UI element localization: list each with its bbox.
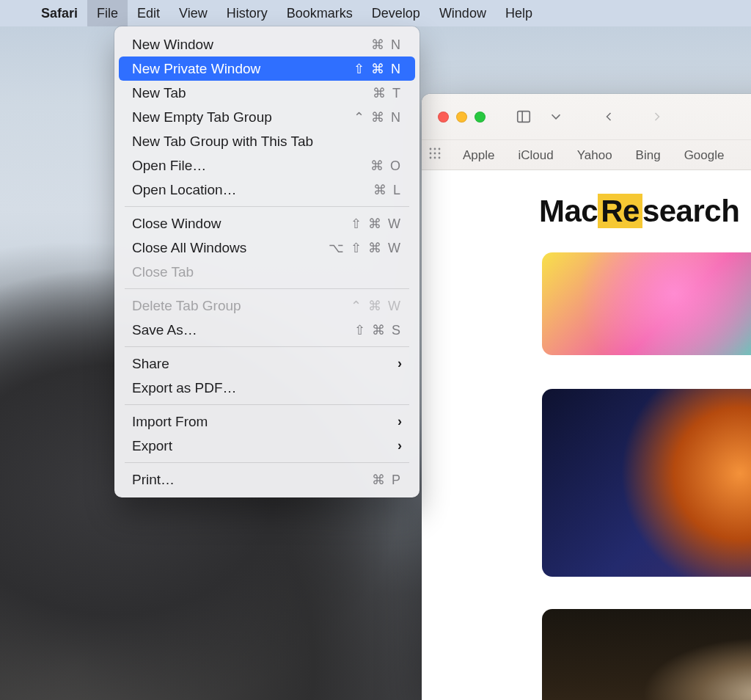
menu-item-label: Import From [132,414,208,430]
menu-item-label: New Tab [132,85,186,101]
svg-point-6 [434,153,436,155]
menu-item-label: Share [132,356,169,372]
article-thumbnail[interactable] [542,389,751,577]
menu-item-new-tab-group-with-this-tab[interactable]: New Tab Group with This Tab [119,129,415,153]
menu-separator [125,346,409,347]
menu-item-shortcut: ⌃ ⌘ N [353,109,402,125]
menu-item-label: New Private Window [132,61,260,77]
svg-point-8 [430,157,432,159]
close-window-button[interactable] [438,112,449,123]
menubar-view[interactable]: View [169,0,217,26]
menu-item-shortcut: ⌥ ⇧ ⌘ W [329,240,402,256]
menu-item-export[interactable]: Export › [119,434,415,458]
menu-item-print[interactable]: Print… ⌘ P [119,467,415,492]
menu-item-label: Export [132,438,172,454]
favorites-link[interactable]: Apple [461,147,496,164]
site-logo-text: search [642,194,739,228]
menu-item-shortcut: ⇧ ⌘ N [353,61,402,77]
svg-point-3 [434,148,436,150]
menu-item-shortcut: ⌘ P [372,472,402,488]
menubar-file[interactable]: File [87,0,128,26]
favorites-bar: Apple iCloud Yahoo Bing Google [422,139,751,170]
menu-item-new-private-window[interactable]: New Private Window ⇧ ⌘ N [119,56,415,81]
nav-forward-button[interactable] [642,104,672,129]
menu-separator [125,206,409,207]
svg-point-5 [430,153,432,155]
menu-item-shortcut: ⌘ T [373,85,402,101]
menubar-window[interactable]: Window [430,0,496,26]
svg-point-4 [439,148,441,150]
menu-item-label: Print… [132,472,175,488]
svg-point-10 [439,157,441,159]
menu-item-label: New Empty Tab Group [132,109,272,125]
svg-rect-0 [518,112,530,123]
favorites-link[interactable]: Bing [634,147,662,164]
menu-item-label: Save As… [132,322,197,338]
desktop-wallpaper: Apple iCloud Yahoo Bing Google MacResear… [0,0,751,700]
menu-item-label: Open File… [132,158,206,174]
menubar-bookmarks[interactable]: Bookmarks [277,0,362,26]
menu-item-label: Close All Windows [132,240,246,256]
zoom-window-button[interactable] [475,112,486,123]
nav-back-button[interactable] [594,104,623,129]
menu-item-label: New Tab Group with This Tab [132,134,313,150]
menu-item-share[interactable]: Share › [119,351,415,376]
article-thumbnail[interactable] [542,609,751,700]
menu-item-label: Delete Tab Group [132,298,241,314]
menu-item-close-all-windows[interactable]: Close All Windows ⌥ ⇧ ⌘ W [119,236,415,260]
favorites-link[interactable]: Google [683,147,726,164]
menu-item-label: New Window [132,37,213,53]
sidebar-toggle-button[interactable] [509,104,538,129]
menu-item-label: Close Window [132,216,221,232]
safari-toolbar: Apple iCloud Yahoo Bing Google [422,94,751,170]
site-logo-highlight: Re [598,194,642,228]
menubar-history[interactable]: History [217,0,277,26]
svg-point-9 [434,157,436,159]
macos-menu-bar: Safari File Edit View History Bookmarks … [0,0,751,26]
chevron-right-icon: › [398,414,402,429]
menu-item-open-file[interactable]: Open File… ⌘ O [119,153,415,178]
menu-item-label: Export as PDF… [132,380,237,396]
site-logo-text: Mac [539,194,598,228]
menu-item-close-tab: Close Tab [119,260,415,284]
safari-page-content: MacResearch [422,170,751,700]
menu-item-shortcut: ⌃ ⌘ W [351,298,402,314]
menu-item-import-from[interactable]: Import From › [119,409,415,434]
menu-item-label: Open Location… [132,182,237,198]
minimize-window-button[interactable] [456,112,467,123]
menubar-edit[interactable]: Edit [128,0,169,26]
file-menu: New Window ⌘ N New Private Window ⇧ ⌘ N … [114,26,420,497]
menu-item-new-empty-tab-group[interactable]: New Empty Tab Group ⌃ ⌘ N [119,105,415,129]
menu-item-close-window[interactable]: Close Window ⇧ ⌘ W [119,211,415,236]
menu-item-shortcut: ⌘ O [370,158,402,174]
tab-group-chevron-icon[interactable] [547,104,565,129]
chevron-right-icon: › [398,356,402,371]
chevron-right-icon: › [398,438,402,453]
article-thumbnail[interactable] [542,252,751,355]
menu-item-new-tab[interactable]: New Tab ⌘ T [119,81,415,105]
menu-separator [125,404,409,405]
menubar-develop[interactable]: Develop [362,0,430,26]
menu-item-shortcut: ⌘ L [373,182,402,198]
menu-item-shortcut: ⇧ ⌘ S [354,322,402,338]
menu-item-new-window[interactable]: New Window ⌘ N [119,32,415,56]
menu-item-save-as[interactable]: Save As… ⇧ ⌘ S [119,318,415,342]
menu-item-open-location[interactable]: Open Location… ⌘ L [119,178,415,202]
menu-item-export-as-pdf[interactable]: Export as PDF… [119,376,415,400]
menubar-appname[interactable]: Safari [32,0,87,26]
menu-item-shortcut: ⌘ N [371,37,402,53]
menu-item-delete-tab-group: Delete Tab Group ⌃ ⌘ W [119,294,415,318]
menu-item-shortcut: ⇧ ⌘ W [351,216,402,232]
menu-separator [125,288,409,289]
menu-item-label: Close Tab [132,264,194,280]
site-logo[interactable]: MacResearch [539,194,739,229]
show-favorites-icon[interactable] [429,147,441,163]
svg-point-2 [430,148,432,150]
menubar-help[interactable]: Help [496,0,542,26]
svg-point-7 [439,153,441,155]
window-traffic-lights [438,112,486,123]
favorites-link[interactable]: Yahoo [576,147,614,164]
menu-separator [125,462,409,463]
safari-window: Apple iCloud Yahoo Bing Google MacResear… [422,94,751,700]
favorites-link[interactable]: iCloud [516,147,554,164]
